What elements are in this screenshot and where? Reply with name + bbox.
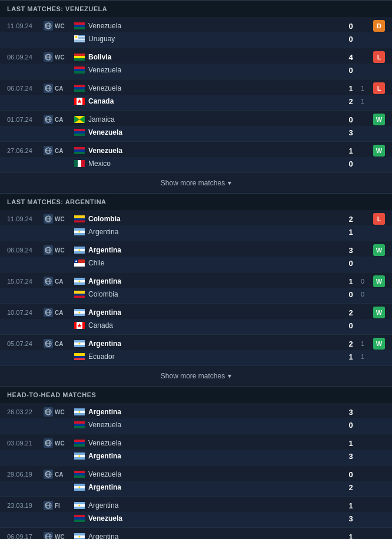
match-date: 23.03.19 (7, 502, 44, 509)
match-score: 0 (345, 259, 357, 268)
svg-rect-28 (74, 71, 85, 74)
flag-colombia (74, 291, 85, 298)
match-row: 11.09.24 WC Colombia2L (0, 210, 392, 225)
show-more-button[interactable]: Show more matches▾ (0, 366, 392, 386)
match-row: 06.09.24 WC Bolivia4L (0, 48, 392, 64)
svg-point-16 (75, 36, 78, 38)
competition-label: WC (55, 440, 65, 447)
match-score: 0 (345, 421, 357, 430)
svg-rect-40 (82, 98, 85, 105)
match-row: Argentina2 (0, 481, 392, 496)
team-name: Argentina (88, 277, 345, 285)
match-score: 4 (345, 53, 357, 62)
match-score: 1 (345, 147, 357, 155)
match-group: 06.09.17 WC Argentina1 Venezuela1 (0, 528, 392, 539)
team-name: Canada (88, 321, 345, 330)
svg-rect-63 (74, 149, 85, 152)
team-name: Colombia (88, 215, 345, 223)
team-name: Mexico (88, 159, 345, 168)
match-row: 01.07.24 CA Jamaica0W (0, 111, 392, 126)
flag-argentina (74, 484, 85, 491)
team-name: Venezuela (88, 128, 345, 137)
match-score-extra: 0 (357, 291, 368, 298)
team-name: Argentina (88, 533, 345, 539)
match-score: 3 (345, 408, 357, 417)
section-argentina: LAST MATCHES: ARGENTINA11.09.24 WC Colom… (0, 193, 392, 386)
match-competition: CA (44, 470, 74, 479)
match-score: 1 (345, 439, 357, 448)
competition-icon (44, 52, 53, 62)
flag-uruguay (74, 35, 85, 42)
match-score-extra: 1 (357, 98, 368, 105)
match-score: 2 (345, 97, 357, 106)
section-h2h: HEAD-TO-HEAD MATCHES26.03.22 WC Argentin… (0, 386, 392, 539)
competition-icon (44, 438, 53, 448)
competition-label: FI (55, 503, 60, 509)
team-name: Venezuela (88, 439, 345, 447)
match-row: Colombia00 (0, 288, 392, 303)
match-date: 10.07.24 (7, 309, 44, 316)
section-header-venezuela: LAST MATCHES: VENEZUELA (0, 0, 392, 17)
svg-rect-114 (74, 358, 85, 361)
match-row: 06.09.24 WC Argentina3W (0, 241, 392, 257)
flag-mexico (74, 160, 85, 167)
result-badge: W (373, 114, 385, 125)
match-group: 23.03.19 FI Argentina1 Venezuela3 (0, 497, 392, 528)
competition-icon (44, 277, 53, 286)
match-group: 06.09.24 WC Argentina3W Chile0 (0, 241, 392, 272)
competition-icon (44, 470, 53, 479)
team-name: Argentina (88, 308, 345, 317)
match-block-venezuela: 11.09.24 WC Venezuela0D (0, 17, 392, 173)
flag-canada (74, 98, 85, 105)
svg-rect-146 (74, 473, 85, 475)
match-score: 0 (345, 159, 357, 168)
flag-bolivia (74, 54, 85, 61)
svg-rect-65 (74, 160, 78, 167)
team-name: Jamaica (88, 115, 345, 124)
svg-rect-27 (74, 69, 85, 71)
match-group: 29.06.19 CA Venezuela0 Argentina2 (0, 465, 392, 497)
match-score: 3 (345, 452, 357, 461)
show-more-label: Show more matches (161, 372, 225, 380)
match-competition: WC (44, 407, 74, 417)
match-competition: CA (44, 146, 74, 155)
match-score: 1 (345, 501, 357, 510)
team-name: Venezuela (88, 66, 345, 74)
match-row: 11.09.24 WC Venezuela0D (0, 17, 392, 32)
flag-venezuela (74, 147, 85, 154)
match-score: 1 (345, 277, 357, 286)
competition-label: WC (55, 247, 65, 254)
match-competition: CA (44, 308, 74, 317)
competition-icon (44, 21, 53, 31)
result-badge: W (373, 338, 385, 350)
svg-rect-95 (74, 296, 85, 298)
svg-rect-112 (74, 353, 85, 356)
match-score: 2 (345, 215, 357, 224)
match-group: 06.09.24 WC Bolivia4L Venezuela0 (0, 48, 392, 79)
flag-venezuela (74, 22, 85, 29)
match-row: Canada0 (0, 319, 392, 334)
competition-label: CA (55, 310, 63, 316)
flag-argentina (74, 278, 85, 285)
svg-rect-93 (74, 291, 85, 294)
result-badge: W (373, 244, 385, 256)
svg-rect-8 (74, 27, 85, 29)
match-score-extra: 1 (357, 353, 368, 360)
result-badge: W (373, 145, 385, 157)
match-row: 29.06.19 CA Venezuela0 (0, 465, 392, 481)
team-name: Argentina (88, 452, 345, 460)
team-name: Argentina (88, 483, 345, 491)
show-more-button[interactable]: Show more matches▾ (0, 173, 392, 193)
match-group: 26.03.22 WC Argentina3 Venezuela0 (0, 403, 392, 434)
match-group: 11.09.24 WC Colombia2L Argentina1 (0, 210, 392, 241)
flag-argentina (74, 533, 85, 539)
svg-rect-54 (74, 131, 85, 134)
svg-point-111 (79, 343, 81, 345)
flag-jamaica (74, 116, 85, 123)
match-score: 3 (345, 246, 357, 255)
match-row: Chile0 (0, 257, 392, 272)
svg-rect-13 (74, 40, 85, 41)
flag-venezuela (74, 66, 85, 74)
svg-rect-113 (74, 356, 85, 358)
svg-rect-135 (74, 444, 85, 447)
